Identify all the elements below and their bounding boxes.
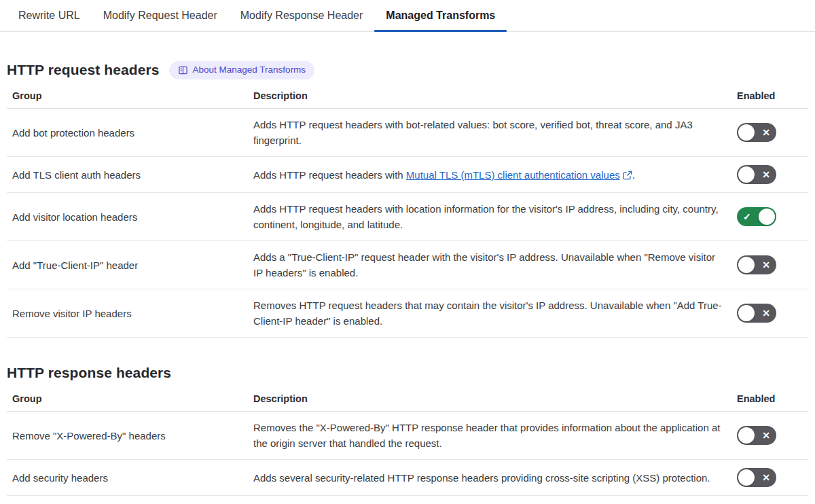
external-link-icon (623, 170, 632, 180)
toggle-knob (738, 257, 755, 273)
x-icon: ✕ (762, 128, 770, 137)
group-cell: Remove "X-Powered-By" headers (7, 412, 248, 460)
table-row: Add security headers Adds several securi… (7, 460, 808, 496)
description-link[interactable]: Mutual TLS (mTLS) client authentication … (406, 169, 620, 181)
enabled-toggle[interactable]: ✓ ✕ (737, 207, 776, 226)
table-header-row: Group Description Enabled (7, 389, 808, 412)
tab-rewrite-url[interactable]: Rewrite URL (7, 0, 92, 31)
toggle-knob (738, 166, 755, 183)
description-cell: Adds HTTP request headers with location … (248, 193, 731, 241)
section-response-headers: HTTP response headers Group Description … (0, 363, 815, 496)
check-icon: ✓ (743, 212, 751, 221)
enabled-toggle[interactable]: ✓ ✕ (737, 165, 776, 184)
tab-modify-response-header[interactable]: Modify Response Header (229, 0, 375, 31)
column-header-group: Group (7, 86, 248, 109)
tab-modify-request-header[interactable]: Modify Request Header (92, 0, 229, 31)
table-row: Add "True-Client-IP" header Adds a "True… (7, 241, 808, 289)
x-icon: ✕ (762, 170, 770, 179)
x-icon: ✕ (762, 260, 770, 270)
tab-label: Modify Request Header (103, 10, 217, 22)
request-headers-table: Group Description Enabled Add bot protec… (7, 86, 808, 338)
column-header-description: Description (248, 389, 731, 412)
enabled-toggle[interactable]: ✓ ✕ (737, 426, 776, 445)
toggle-knob (738, 305, 755, 321)
description-cell: Adds a "True-Client-IP" request header w… (248, 241, 731, 289)
group-cell: Remove visitor IP headers (7, 289, 248, 338)
toggle-knob (759, 209, 775, 225)
group-cell: Add visitor location headers (7, 193, 248, 241)
column-header-description: Description (248, 86, 731, 109)
toggle-knob (738, 427, 755, 444)
column-header-enabled: Enabled (731, 86, 808, 109)
table-row: Add visitor location headers Adds HTTP r… (7, 193, 808, 241)
section-title-response: HTTP response headers (7, 363, 171, 382)
table-row: Add TLS client auth headers Adds HTTP re… (7, 157, 808, 193)
description-cell: Adds HTTP request headers with Mutual TL… (248, 157, 731, 193)
table-row: Add bot protection headers Adds HTTP req… (7, 109, 808, 157)
section-request-headers: HTTP request headers About Managed Trans… (0, 60, 815, 338)
response-headers-table: Group Description Enabled Remove "X-Powe… (7, 389, 808, 496)
tab-managed-transforms[interactable]: Managed Transforms (374, 0, 507, 31)
book-icon (178, 65, 188, 75)
enabled-toggle[interactable]: ✓ ✕ (737, 255, 776, 274)
description-cell: Removes the "X-Powered-By" HTTP response… (248, 412, 731, 460)
description-cell: Adds several security-related HTTP respo… (248, 460, 731, 496)
x-icon: ✕ (762, 308, 770, 318)
enabled-toggle[interactable]: ✓ ✕ (737, 123, 776, 142)
section-title-request: HTTP request headers (7, 60, 160, 79)
table-row: Remove visitor IP headers Removes HTTP r… (7, 289, 808, 338)
description-cell: Adds HTTP request headers with bot-relat… (248, 109, 731, 157)
group-cell: Add "True-Client-IP" header (7, 241, 248, 289)
enabled-toggle[interactable]: ✓ ✕ (737, 304, 776, 323)
group-cell: Add security headers (7, 460, 248, 496)
table-row: Remove "X-Powered-By" headers Removes th… (7, 412, 808, 460)
table-header-row: Group Description Enabled (7, 86, 808, 109)
enabled-toggle[interactable]: ✓ ✕ (737, 468, 776, 487)
tab-label: Managed Transforms (386, 10, 495, 22)
column-header-group: Group (7, 389, 248, 412)
group-cell: Add bot protection headers (7, 109, 248, 157)
description-cell: Removes HTTP request headers that may co… (248, 289, 731, 338)
group-cell: Add TLS client auth headers (7, 157, 248, 193)
x-icon: ✕ (762, 431, 770, 440)
column-header-enabled: Enabled (731, 389, 808, 412)
x-icon: ✕ (762, 473, 770, 482)
tab-label: Rewrite URL (18, 10, 80, 22)
about-managed-transforms-badge[interactable]: About Managed Transforms (169, 61, 315, 79)
badge-label: About Managed Transforms (193, 65, 306, 75)
toggle-knob (738, 469, 755, 486)
tab-bar: Rewrite URL Modify Request Header Modify… (0, 0, 815, 32)
toggle-knob (738, 124, 755, 141)
tab-label: Modify Response Header (240, 10, 363, 22)
